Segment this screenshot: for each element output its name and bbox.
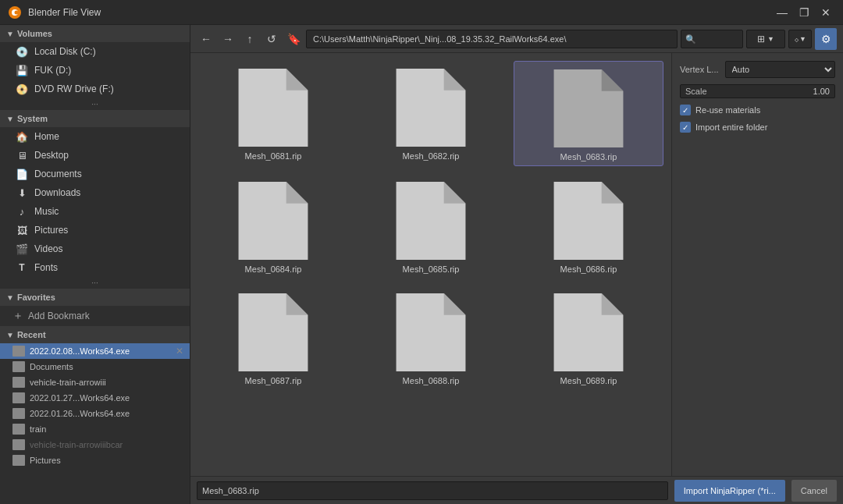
documents-icon: 📄	[16, 168, 28, 180]
sidebar-item-label: Local Disk (C:)	[34, 46, 96, 57]
favorites-section-header[interactable]: ▼ Favorites	[0, 289, 190, 306]
title-bar-left: Blender File View	[8, 5, 101, 20]
refresh-button[interactable]: ↺	[262, 30, 281, 48]
sidebar-item-home[interactable]: 🏠 Home	[0, 127, 190, 146]
search-wrapper: 🔍	[681, 30, 743, 48]
desktop-icon: 🖥	[16, 149, 28, 161]
center-right: ← → ↑ ↺ 🔖 🔍 ⊞ ▼ ⬦ ▼ ⚙	[190, 25, 843, 504]
filter-icon: ⬦	[794, 34, 799, 44]
recent-item-label: Documents	[30, 362, 73, 371]
recent-section-header[interactable]: ▼ Recent	[0, 326, 190, 343]
recent-item-6[interactable]: vehicle-train-arrowiiibcar	[0, 437, 190, 453]
sidebar-item-fuk[interactable]: 💾 FUK (D:)	[0, 61, 190, 80]
file-item-3[interactable]: Mesh_0684.rip	[198, 174, 348, 278]
folder-icon	[12, 377, 25, 388]
system-more[interactable]: ···	[0, 277, 190, 289]
recent-item-label: vehicle-train-arrowiii	[30, 378, 106, 387]
filter-button[interactable]: ⬦ ▼	[788, 30, 812, 48]
file-thumb-8	[550, 293, 628, 371]
settings-button[interactable]: ⚙	[815, 28, 837, 50]
svg-marker-6	[444, 69, 466, 91]
vertex-label-row: Vertex L... Auto	[680, 61, 835, 78]
recent-item-3[interactable]: 2022.01.27...Works64.exe	[0, 390, 190, 406]
volumes-section-header[interactable]: ▼ Volumes	[0, 25, 190, 42]
recent-item-1[interactable]: Documents	[0, 359, 190, 374]
recent-item-0[interactable]: 2022.02.08...Works64.exe ✕	[0, 343, 190, 359]
folder-icon	[12, 346, 25, 357]
file-name-8: Mesh_0689.rip	[560, 376, 617, 385]
view-dropdown-icon: ▼	[767, 35, 774, 43]
recent-item-5[interactable]: train	[0, 421, 190, 437]
volumes-label: Volumes	[17, 29, 52, 38]
file-item-4[interactable]: Mesh_0685.rip	[356, 174, 506, 278]
recent-close-icon[interactable]: ✕	[176, 346, 183, 357]
sidebar-item-videos[interactable]: 🎬 Videos	[0, 240, 190, 258]
close-button[interactable]: ✕	[816, 5, 835, 20]
system-section-header[interactable]: ▼ System	[0, 110, 190, 127]
title-bar: Blender File View — ❐ ✕	[0, 0, 843, 25]
view-toggle-button[interactable]: ⊞ ▼	[746, 30, 785, 48]
file-item-2[interactable]: Mesh_0683.rip	[514, 61, 663, 166]
favorites-arrow-icon: ▼	[6, 293, 14, 302]
folder-icon	[12, 439, 25, 450]
path-input[interactable]	[306, 30, 678, 48]
sidebar-item-music[interactable]: ♪ Music	[0, 202, 190, 221]
videos-icon: 🎬	[16, 243, 28, 255]
file-item-8[interactable]: Mesh_0689.rip	[514, 286, 663, 389]
file-item-1[interactable]: Mesh_0682.rip	[356, 61, 506, 166]
dvd-drive-icon: 📀	[16, 83, 28, 95]
music-icon: ♪	[16, 205, 28, 218]
import-button[interactable]: Import NinjaRipper (*ri...	[674, 480, 785, 502]
sidebar-item-desktop[interactable]: 🖥 Desktop	[0, 146, 190, 165]
cancel-button[interactable]: Cancel	[791, 480, 837, 502]
recent-item-label: train	[30, 424, 46, 434]
check-icon: ✓	[682, 106, 688, 115]
reuse-materials-checkbox[interactable]: ✓	[680, 105, 691, 115]
sidebar-item-dvd[interactable]: 📀 DVD RW Drive (F:)	[0, 80, 190, 98]
sidebar-item-label: Music	[34, 206, 59, 217]
sidebar-item-label: Videos	[34, 243, 62, 254]
add-bookmark-label: Add Bookmark	[28, 311, 90, 321]
grid-view-icon: ⊞	[757, 34, 765, 44]
file-item-6[interactable]: Mesh_0687.rip	[198, 286, 348, 389]
toolbar: ← → ↑ ↺ 🔖 🔍 ⊞ ▼ ⬦ ▼ ⚙	[190, 25, 843, 53]
sidebar-item-fonts[interactable]: T Fonts	[0, 258, 190, 277]
vertex-select[interactable]: Auto	[725, 61, 835, 78]
file-item-5[interactable]: Mesh_0686.rip	[514, 174, 663, 278]
sidebar-item-documents[interactable]: 📄 Documents	[0, 165, 190, 183]
volumes-more[interactable]: ···	[0, 98, 190, 110]
recent-item-4[interactable]: 2022.01.26...Works64.exe	[0, 406, 190, 421]
recent-item-7[interactable]: Pictures	[0, 453, 190, 468]
maximize-button[interactable]: ❐	[795, 5, 813, 20]
back-button[interactable]: ←	[197, 30, 215, 48]
svg-marker-12	[444, 182, 466, 204]
import-folder-checkbox[interactable]: ✓	[680, 122, 691, 133]
file-name-7: Mesh_0688.rip	[403, 376, 460, 385]
file-thumb-4	[392, 182, 470, 260]
filename-input[interactable]	[197, 481, 668, 500]
volumes-arrow-icon: ▼	[6, 30, 14, 38]
add-icon: ＋	[12, 309, 23, 323]
sidebar-item-pictures[interactable]: 🖼 Pictures	[0, 221, 190, 240]
sidebar-item-downloads[interactable]: ⬇ Downloads	[0, 183, 190, 202]
add-bookmark-button[interactable]: ＋ Add Bookmark	[0, 306, 190, 326]
sidebar-item-label: FUK (D:)	[34, 65, 71, 76]
recent-item-2[interactable]: vehicle-train-arrowiii	[0, 374, 190, 390]
fonts-icon: T	[16, 261, 28, 274]
bookmark-button[interactable]: 🔖	[284, 30, 303, 48]
forward-button[interactable]: →	[219, 30, 237, 48]
folder-icon	[12, 455, 25, 466]
minimize-button[interactable]: —	[773, 5, 791, 20]
system-arrow-icon: ▼	[6, 115, 14, 123]
file-item-7[interactable]: Mesh_0688.rip	[356, 286, 506, 389]
up-button[interactable]: ↑	[240, 30, 259, 48]
sidebar-item-local-disk[interactable]: 💿 Local Disk (C:)	[0, 42, 190, 61]
file-name-0: Mesh_0681.rip	[245, 151, 302, 161]
file-item-0[interactable]: Mesh_0681.rip	[198, 61, 348, 166]
recent-item-label: Pictures	[30, 456, 61, 465]
import-folder-label: Import entire folder	[695, 122, 767, 132]
search-icon: 🔍	[685, 34, 696, 44]
sidebar-item-label: Fonts	[34, 262, 58, 273]
svg-marker-20	[602, 293, 624, 315]
window-controls: — ❐ ✕	[773, 5, 835, 20]
